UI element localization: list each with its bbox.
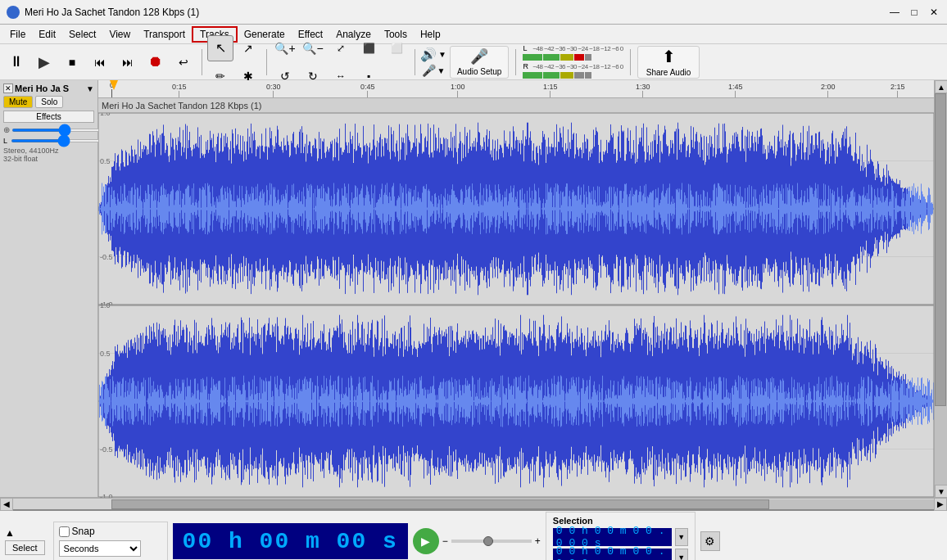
vertical-scrollbar: ▲ ▼ [934, 80, 947, 498]
menu-transport[interactable]: Transport [137, 26, 192, 43]
ruler-tick-215: 2:15 [890, 83, 905, 97]
settings-gear-button[interactable]: ⚙ [700, 531, 720, 551]
waveform-canvas[interactable] [98, 113, 934, 498]
track-panel: ✕ Meri Ho Ja S ▼ Mute Solo Effects ⊕ ▸ [0, 80, 98, 498]
vscroll-down-button[interactable]: ▼ [935, 485, 947, 498]
pan-l-label: L [3, 137, 7, 145]
snap-checkbox-row: Snap [59, 526, 162, 537]
ruler-tick-15: 0:15 [172, 83, 187, 97]
gain-row: ⊕ ▸ [3, 125, 94, 134]
audio-setup-icon: 🎤 [470, 47, 488, 65]
menu-edit[interactable]: Edit [32, 26, 62, 43]
app-icon [7, 6, 20, 19]
track-dropdown-arrow[interactable]: ▼ [86, 84, 94, 93]
track-waveform-header: Meri Ho Ja Sachet Tandon 128 Kbps (1) [98, 98, 934, 113]
audio-controls-group: 🔊 ▼ 🎤 ▼ 🎤 Audio Setup L −48 −42 −36 −30 … [420, 44, 700, 79]
ruler-tick-145: 1:45 [728, 83, 743, 97]
ruler-tick-100: 1:00 [451, 83, 465, 97]
track-header: ✕ Meri Ho Ja S ▼ Mute Solo Effects ⊕ ▸ [0, 80, 97, 498]
hscroll-left-button[interactable]: ◀ [0, 498, 13, 511]
volume-dropdown[interactable]: ▼ [438, 50, 446, 59]
db-scale-top: −48 −42 −36 −30 −24 −18 −12 −6 0 [532, 45, 623, 52]
audio-setup-label: Audio Setup [457, 67, 502, 76]
toolbar-separator-5 [630, 49, 631, 75]
window-title: Meri Ho Ja Sachet Tandon 128 Kbps (1) [25, 7, 199, 18]
hscroll-thumb[interactable] [111, 499, 769, 509]
menu-help[interactable]: Help [414, 26, 447, 43]
menu-select[interactable]: Select [62, 26, 102, 43]
lr-label-top: L [523, 44, 531, 52]
collapse-bottom-arrow[interactable]: ▲ [5, 527, 15, 539]
pause-button[interactable]: ⏸ [3, 49, 29, 75]
track-close-button[interactable]: ✕ [3, 84, 13, 93]
seconds-dropdown[interactable]: Seconds [59, 540, 141, 557]
waveform-area[interactable]: Meri Ho Ja Sachet Tandon 128 Kbps (1) [98, 98, 934, 498]
toolbar-separator-4 [515, 49, 516, 75]
minimize-button[interactable]: — [888, 6, 901, 19]
selection-end-row: 0 0 h 0 0 m 0 0 . 0 0 0 s ▼ [553, 549, 688, 560]
toolbar-separator-3 [415, 49, 415, 75]
status-bar-left: ▲ Select [5, 527, 45, 555]
track-waveform-title: Meri Ho Ja Sachet Tandon 128 Kbps (1) [102, 101, 261, 111]
share-icon: ⬆ [662, 47, 676, 66]
zoom-in-button[interactable]: 🔍+ [272, 35, 298, 61]
vu-bar-r [523, 72, 591, 79]
mic-icon: 🎤 [422, 64, 436, 77]
hscroll-right-button[interactable]: ▶ [934, 498, 947, 511]
pan-row: L R ▸ [3, 136, 94, 145]
timeline-ruler: 0 0:15 0:30 0:45 1:00 1:15 [98, 80, 934, 98]
mute-solo-row: Mute Solo [3, 96, 94, 108]
select-tool-button[interactable]: ↖ [207, 35, 233, 61]
vu-meter-group: L −48 −42 −36 −30 −24 −18 −12 −6 0 R −48… [523, 44, 623, 79]
menu-view[interactable]: View [102, 26, 137, 43]
selection-start-input[interactable]: 0 0 h 0 0 m 0 0 . 0 0 0 s [553, 528, 672, 546]
status-bar: ▲ Select Snap Seconds 00 h 00 m 00 s ▶ −… [0, 509, 947, 560]
status-play-button[interactable]: ▶ [413, 528, 439, 554]
vscroll-up-button[interactable]: ▲ [935, 80, 947, 93]
volume-control: 🔊 ▼ 🎤 ▼ [420, 47, 446, 77]
hscroll-track [111, 499, 934, 509]
vscroll-thumb[interactable] [935, 93, 946, 406]
share-audio-button[interactable]: ⬆ Share Audio [637, 46, 700, 79]
record-button[interactable]: ⏺ [143, 49, 169, 75]
fit-project-button[interactable]: ⤢ [328, 35, 354, 61]
solo-button[interactable]: Solo [35, 96, 63, 108]
zoom-out-icon: − [442, 535, 448, 547]
zoom-sel-button[interactable]: ⬜ [383, 35, 410, 61]
mute-button[interactable]: Mute [3, 96, 33, 108]
vscroll-track [935, 93, 947, 485]
skip-start-button[interactable]: ⏮ [87, 49, 113, 75]
zoom-track [451, 540, 532, 543]
time-display: 00 h 00 m 00 s [173, 523, 408, 559]
play-button[interactable]: ▶ [31, 49, 57, 75]
selection-end-input[interactable]: 0 0 h 0 0 m 0 0 . 0 0 0 s [553, 549, 672, 560]
zoom-slider-area: − + [442, 535, 541, 547]
ruler-tick-45: 0:45 [360, 83, 375, 97]
transport-controls: ⏸ ▶ ■ ⏮ ⏭ ⏺ ↩ [3, 49, 197, 75]
stop-button[interactable]: ■ [59, 49, 85, 75]
selection-start-dropdown[interactable]: ▼ [675, 528, 688, 546]
lr-label-bot: R [523, 62, 531, 70]
ruler-tick-30: 0:30 [266, 83, 281, 97]
mic-dropdown[interactable]: ▼ [437, 66, 446, 75]
maximize-button[interactable]: □ [908, 6, 921, 19]
loop-button[interactable]: ↩ [170, 49, 197, 75]
audio-setup-button[interactable]: 🎤 Audio Setup [450, 46, 510, 79]
selection-end-value: 0 0 h 0 0 m 0 0 . 0 0 0 s [556, 545, 668, 560]
title-bar: Meri Ho Ja Sachet Tandon 128 Kbps (1) — … [0, 0, 947, 25]
selection-end-dropdown[interactable]: ▼ [675, 549, 688, 560]
fit-zoom-button[interactable]: ⬛ [356, 35, 382, 61]
close-button[interactable]: ✕ [927, 6, 940, 19]
envelope-tool-button[interactable]: ↗ [235, 35, 261, 61]
menu-file[interactable]: File [3, 26, 32, 43]
snap-checkbox[interactable] [59, 526, 70, 537]
effects-button[interactable]: Effects [3, 111, 94, 123]
skip-end-button[interactable]: ⏭ [115, 49, 141, 75]
toolbar: ⏸ ▶ ■ ⏮ ⏭ ⏺ ↩ ↖ ↗ ✏ ✱ 🔍+ 🔍− ⤢ ⬛ ⬜ ↺ ↻ [0, 44, 947, 80]
select-status-button[interactable]: Select [5, 540, 45, 555]
zoom-out-button[interactable]: 🔍− [300, 35, 326, 61]
selection-area: Selection 0 0 h 0 0 m 0 0 . 0 0 0 s ▼ 0 … [546, 512, 696, 560]
title-bar-content: Meri Ho Ja Sachet Tandon 128 Kbps (1) [7, 6, 199, 19]
gain-label: ⊕ [3, 125, 10, 134]
zoom-thumb[interactable] [483, 536, 493, 546]
